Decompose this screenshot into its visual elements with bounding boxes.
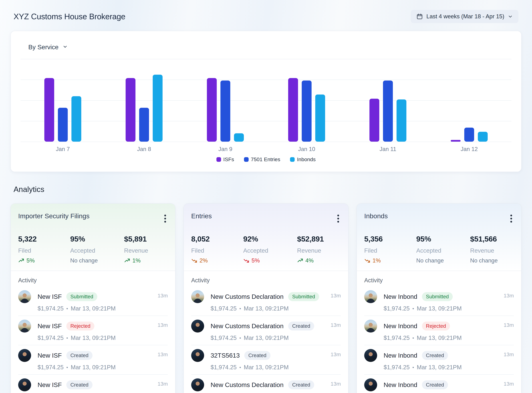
- avatar: [364, 378, 377, 391]
- trend-text: No change: [470, 257, 498, 264]
- bar-isfs: [126, 78, 135, 142]
- date-range-picker[interactable]: Last 4 weeks (Mar 18 - Apr 15): [411, 10, 518, 23]
- trend-text: No change: [416, 257, 444, 264]
- activity-datetime: Mar 13, 09:21PM: [417, 335, 462, 341]
- activity-row[interactable]: New ISF Rejected $1,974.25•Mar 13, 09:21…: [18, 316, 168, 345]
- stat-label: Revenue: [297, 247, 341, 254]
- activity-detail: $1,974.25•Mar 13, 09:21PM: [211, 305, 341, 312]
- activity-datetime: Mar 13, 09:21PM: [244, 335, 289, 341]
- bar-isfs: [44, 78, 54, 142]
- activity-section: Activity New Customs Declaration Submitt…: [184, 271, 348, 393]
- trend-up-icon: [124, 258, 130, 264]
- activity-row[interactable]: New Inbond Created $1,974.25•Mar 13, 09:…: [364, 375, 514, 393]
- kebab-menu-button[interactable]: [509, 213, 514, 225]
- stat-value: 8,052: [191, 235, 243, 243]
- stat-value: $52,891: [297, 235, 341, 243]
- date-range-label: Last 4 weeks (Mar 18 - Apr 15): [426, 13, 504, 20]
- stat-label: Accepted: [416, 247, 470, 254]
- stat-accepted: 95% Accepted No change: [416, 235, 470, 264]
- by-service-dropdown[interactable]: By Service: [27, 43, 69, 51]
- trend-up-icon: [18, 258, 24, 264]
- analytics-cards: Importer Security Filings 5,322 Filed 5%: [10, 203, 522, 393]
- stat-value: 92%: [243, 235, 297, 243]
- trend-text: 4%: [305, 257, 314, 264]
- x-tick: Jan 9: [207, 146, 244, 152]
- bar-inbonds: [153, 75, 163, 142]
- stat-trend: No change: [70, 257, 124, 264]
- activity-time: 13m: [504, 351, 514, 358]
- activity-row[interactable]: New Inbond Created $1,974.25•Mar 13, 09:…: [364, 345, 514, 375]
- activity-detail: $1,974.25•Mar 13, 09:21PM: [38, 364, 168, 371]
- bar-group-jan-12: [451, 59, 488, 142]
- x-tick: Jan 7: [44, 146, 81, 152]
- activity-time: 13m: [504, 381, 514, 387]
- bar-group-jan-7: [44, 59, 81, 142]
- activity-detail: $1,974.25•Mar 13, 09:21PM: [384, 305, 514, 312]
- bar-group-jan-10: [288, 59, 325, 142]
- trend-text: 2%: [199, 257, 208, 264]
- activity-row[interactable]: New Customs Declaration Created $1,974.2…: [191, 375, 341, 393]
- activity-heading: Activity: [364, 277, 514, 284]
- status-badge: Submitted: [288, 292, 319, 301]
- activity-row[interactable]: New ISF Created $1,974.25•Mar 13, 09:21P…: [18, 345, 168, 375]
- stat-trend: 1%: [364, 257, 416, 264]
- card-title: Inbonds: [364, 212, 388, 220]
- x-tick: Jan 8: [126, 146, 163, 152]
- stat-label: Accepted: [243, 247, 297, 254]
- card-summary: Entries 8,052 Filed 2%: [184, 204, 348, 271]
- trend-text: 1%: [373, 257, 381, 264]
- legend-item-7501-entries: 7501 Entries: [244, 156, 280, 162]
- activity-row[interactable]: New Customs Declaration Created $1,974.2…: [191, 316, 341, 345]
- activity-row[interactable]: New Customs Declaration Submitted $1,974…: [191, 286, 341, 316]
- bar-inbonds: [315, 94, 325, 142]
- x-tick: Jan 11: [369, 146, 406, 152]
- bar-inbonds: [478, 132, 488, 142]
- activity-time: 13m: [331, 351, 341, 358]
- legend-swatch: [244, 157, 249, 162]
- activity-datetime: Mar 13, 09:21PM: [417, 305, 462, 312]
- legend-swatch: [217, 157, 221, 162]
- stat-value: 5,322: [18, 235, 70, 243]
- activity-row[interactable]: New ISF Created $1,974.25•Mar 13, 09:21P…: [18, 375, 168, 393]
- activity-title: New Customs Declaration: [211, 323, 284, 330]
- stat-label: Filed: [364, 247, 416, 254]
- activity-time: 13m: [158, 322, 168, 328]
- bar-7501-entries: [383, 80, 393, 142]
- activity-amount: $1,974.25: [211, 305, 236, 312]
- activity-title: 32TS5613: [211, 352, 240, 359]
- bar-group-jan-8: [126, 59, 163, 142]
- activity-amount: $1,974.25: [384, 335, 410, 341]
- legend-label: ISFs: [223, 156, 234, 162]
- activity-title: New Inbond: [384, 352, 417, 359]
- status-badge: Created: [66, 380, 92, 389]
- avatar: [191, 290, 204, 303]
- chart-legend: ISFs 7501 Entries Inbonds: [21, 156, 511, 162]
- activity-section: Activity New Inbond Submitted $1,: [357, 271, 521, 393]
- trend-text: 5%: [26, 257, 35, 264]
- activity-row[interactable]: New Inbond Rejected $1,974.25•Mar 13, 09…: [364, 316, 514, 345]
- stat-revenue: $52,891 Revenue 4%: [297, 235, 341, 264]
- status-badge: Created: [422, 380, 448, 389]
- activity-heading: Activity: [191, 277, 341, 284]
- activity-row[interactable]: New Inbond Submitted $1,974.25•Mar 13, 0…: [364, 286, 514, 316]
- analytics-heading: Analytics: [14, 185, 522, 194]
- stat-accepted: 92% Accepted 5%: [243, 235, 297, 264]
- activity-row[interactable]: 32TS5613 Created $1,974.25•Mar 13, 09:21…: [191, 345, 341, 375]
- status-badge: Created: [244, 351, 270, 360]
- kebab-menu-button[interactable]: [335, 213, 341, 225]
- card-summary: Importer Security Filings 5,322 Filed 5%: [11, 204, 175, 271]
- kebab-menu-button[interactable]: [163, 213, 168, 225]
- activity-title: New ISF: [38, 381, 62, 388]
- activity-amount: $1,974.25: [211, 335, 236, 341]
- activity-row[interactable]: New ISF Submitted $1,974.25•Mar 13, 09:2…: [18, 286, 168, 316]
- chevron-down-icon: [508, 14, 513, 19]
- status-badge: Submitted: [422, 292, 453, 301]
- activity-detail: $1,974.25•Mar 13, 09:21PM: [211, 364, 341, 371]
- trend-text: 1%: [132, 257, 141, 264]
- activity-time: 13m: [331, 381, 341, 387]
- x-tick: Jan 12: [451, 146, 488, 152]
- stat-value: 95%: [416, 235, 470, 243]
- activity-time: 13m: [504, 322, 514, 328]
- card-entries: Entries 8,052 Filed 2%: [183, 203, 349, 393]
- activity-section: Activity New ISF Submitted $1,974: [11, 271, 175, 393]
